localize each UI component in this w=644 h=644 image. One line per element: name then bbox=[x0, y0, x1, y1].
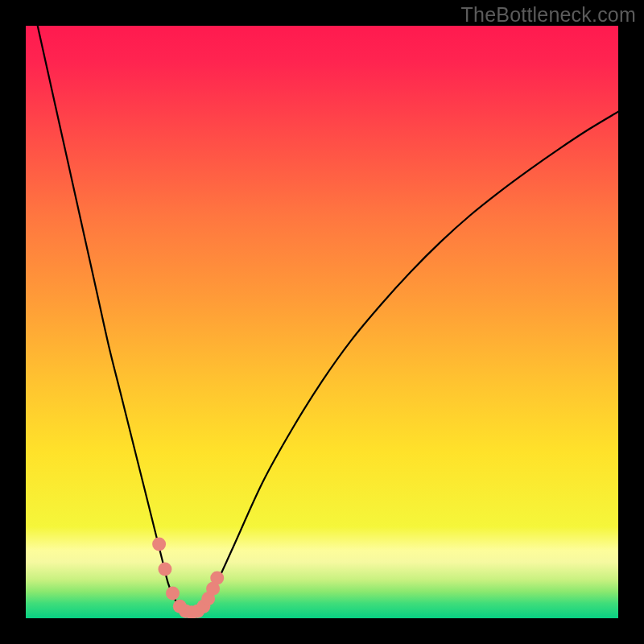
marker-point bbox=[152, 538, 166, 551]
gradient-background bbox=[26, 26, 618, 618]
plot-area bbox=[26, 26, 618, 618]
plot-svg bbox=[26, 26, 618, 618]
watermark-text: TheBottleneck.com bbox=[461, 3, 636, 27]
marker-point bbox=[166, 587, 180, 601]
marker-point bbox=[158, 562, 171, 576]
chart-frame: TheBottleneck.com bbox=[0, 0, 644, 644]
marker-point bbox=[210, 571, 224, 584]
